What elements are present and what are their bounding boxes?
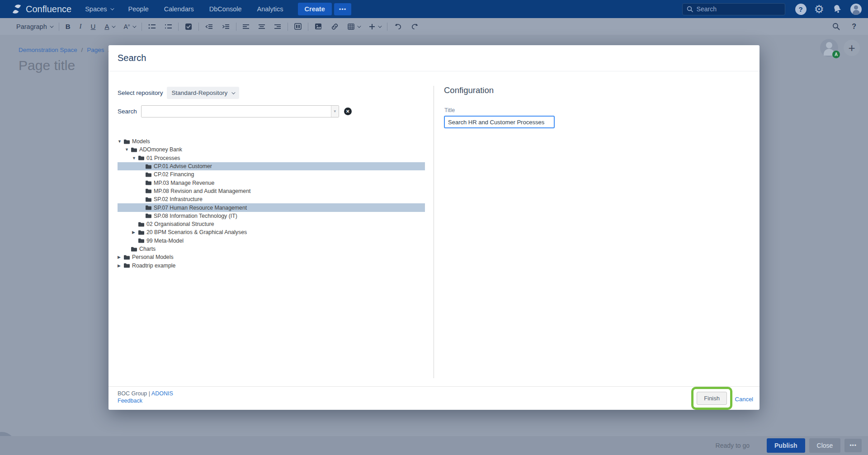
- page-title-placeholder[interactable]: Page title: [19, 58, 75, 73]
- nav-item-analytics[interactable]: Analytics: [257, 5, 283, 13]
- bullet-list-button[interactable]: [148, 23, 156, 30]
- folder-icon: [124, 255, 130, 260]
- underline-button[interactable]: U: [91, 23, 96, 30]
- tree-item[interactable]: SP.07 Human Resource Management: [118, 203, 425, 211]
- close-editor-button[interactable]: Close: [809, 438, 841, 453]
- tree-item[interactable]: CP.01 Advise Customer: [118, 162, 425, 170]
- folder-icon: [138, 155, 144, 160]
- align-left-button[interactable]: [243, 24, 250, 29]
- tree-expand-icon[interactable]: ▶: [118, 263, 124, 268]
- nav-item-spaces[interactable]: Spaces: [85, 5, 113, 13]
- task-list-button[interactable]: [185, 23, 192, 30]
- notifications-bell-icon[interactable]: [832, 4, 843, 14]
- nav-item-dbconsole[interactable]: DbConsole: [209, 5, 242, 13]
- tree-item-label: MP.08 Revision and Audit Management: [154, 188, 250, 194]
- boc-group-text: BOC Group |: [118, 390, 150, 397]
- tree-item[interactable]: ▶Personal Models: [118, 253, 425, 261]
- collaborator-avatar[interactable]: A: [820, 39, 838, 57]
- publish-button[interactable]: Publish: [767, 438, 805, 453]
- search-icon: [687, 6, 693, 12]
- repository-select[interactable]: Standard-Repository: [167, 87, 240, 99]
- tree-item[interactable]: 99 Meta-Model: [118, 237, 425, 245]
- italic-button[interactable]: I: [80, 23, 82, 30]
- insert-more-dropdown[interactable]: [369, 23, 381, 30]
- global-search-input[interactable]: [697, 5, 769, 13]
- align-right-button[interactable]: [274, 24, 281, 29]
- tree-item[interactable]: MP.03 Manage Revenue: [118, 178, 425, 187]
- nav-item-people[interactable]: People: [128, 5, 149, 13]
- tree-item-label: 99 Meta-Model: [146, 238, 184, 244]
- tree-item[interactable]: SP.08 Information Technology (IT): [118, 212, 425, 220]
- text-color-dropdown[interactable]: A: [104, 23, 114, 30]
- repository-pane: Select repository Standard-Repository Se…: [108, 72, 434, 386]
- feedback-link[interactable]: Feedback: [118, 398, 142, 404]
- tree-item[interactable]: Charts: [118, 245, 425, 253]
- tree-item-label: 20 BPM Scenarios & Graphical Analyses: [146, 229, 247, 235]
- cancel-link[interactable]: Cancel: [735, 396, 753, 403]
- nav-menu: Spaces People Calendars DbConsole Analyt…: [85, 5, 283, 13]
- bold-button[interactable]: B: [66, 23, 71, 30]
- tree-item[interactable]: ▶20 BPM Scenarios & Graphical Analyses: [118, 228, 425, 236]
- tree-item[interactable]: ▼Models: [118, 137, 425, 145]
- tree-item[interactable]: CP.02 Financing: [118, 170, 425, 178]
- tree-expand-icon[interactable]: ▶: [118, 255, 124, 259]
- folder-icon: [146, 172, 151, 177]
- page-layout-button[interactable]: [294, 23, 302, 30]
- tree-item[interactable]: ▼01 Processes: [118, 154, 425, 162]
- tree-collapse-icon[interactable]: ▼: [118, 139, 124, 144]
- indent-button[interactable]: [222, 23, 230, 30]
- title-field-label: Title: [444, 107, 760, 113]
- clear-search-icon[interactable]: ✕: [344, 108, 352, 115]
- editor-toolbar: Paragraph B I U A Ao: [0, 18, 868, 35]
- tree-collapse-icon[interactable]: ▼: [125, 147, 131, 152]
- editor-more-button[interactable]: •••: [844, 439, 862, 452]
- user-avatar-icon[interactable]: [850, 4, 862, 15]
- numbered-list-button[interactable]: [165, 23, 172, 30]
- global-search-box[interactable]: [682, 3, 785, 15]
- editor-status-bar: Ready to go Publish Close •••: [0, 436, 868, 455]
- nav-item-calendars[interactable]: Calendars: [164, 5, 194, 13]
- save-status-text: Ready to go: [716, 442, 750, 449]
- editor-help-icon[interactable]: ?: [852, 23, 856, 31]
- configuration-pane: Configuration Title: [434, 72, 760, 386]
- title-field-input[interactable]: [444, 116, 555, 128]
- confluence-logo-icon: [12, 5, 22, 14]
- confluence-brand[interactable]: Confluence: [12, 4, 71, 14]
- more-formatting-dropdown[interactable]: Ao: [123, 23, 135, 30]
- breadcrumb-pages-link[interactable]: Pages: [87, 47, 104, 53]
- folder-icon: [131, 147, 137, 152]
- dialog-header: Search: [108, 45, 760, 71]
- tree-item[interactable]: ▼ADOmoney Bank: [118, 145, 425, 154]
- model-search-input[interactable]: [142, 106, 331, 117]
- tree-expand-icon[interactable]: ▶: [132, 230, 138, 235]
- adonis-link[interactable]: ADONIS: [151, 390, 173, 397]
- insert-link-button[interactable]: [331, 23, 339, 30]
- paragraph-style-dropdown[interactable]: Paragraph: [16, 23, 52, 30]
- tree-item-label: SP.02 Infrastructure: [154, 196, 203, 202]
- folder-icon: [131, 247, 137, 252]
- help-icon[interactable]: ?: [795, 4, 807, 15]
- model-tree: ▼Models▼ADOmoney Bank▼01 ProcessesCP.01 …: [118, 137, 425, 270]
- finish-button[interactable]: Finish: [697, 392, 727, 405]
- find-in-page-icon[interactable]: [832, 23, 840, 30]
- tree-item[interactable]: 02 Organisational Structure: [118, 220, 425, 228]
- insert-image-button[interactable]: [315, 23, 322, 30]
- tree-item[interactable]: ▶Roadtrip example: [118, 261, 425, 269]
- tree-item[interactable]: MP.08 Revision and Audit Management: [118, 187, 425, 195]
- top-nav: Confluence Spaces People Calendars DbCon…: [0, 0, 868, 18]
- nav-more-button[interactable]: •••: [334, 3, 352, 15]
- undo-button[interactable]: [394, 23, 402, 29]
- redo-button[interactable]: [411, 23, 419, 29]
- align-center-button[interactable]: [259, 24, 265, 29]
- combo-dropdown-icon[interactable]: ▼: [331, 106, 339, 117]
- tree-collapse-icon[interactable]: ▼: [132, 156, 138, 160]
- folder-icon: [146, 188, 151, 193]
- collaborators: A +: [820, 39, 860, 57]
- gear-icon[interactable]: ⚙: [814, 4, 824, 15]
- breadcrumb-space-link[interactable]: Demonstration Space: [19, 47, 77, 53]
- tree-item[interactable]: SP.02 Infrastructure: [118, 195, 425, 203]
- invite-collaborator-button[interactable]: +: [844, 40, 860, 56]
- insert-table-dropdown[interactable]: [348, 23, 360, 30]
- outdent-button[interactable]: [205, 23, 213, 30]
- create-button[interactable]: Create: [298, 3, 332, 15]
